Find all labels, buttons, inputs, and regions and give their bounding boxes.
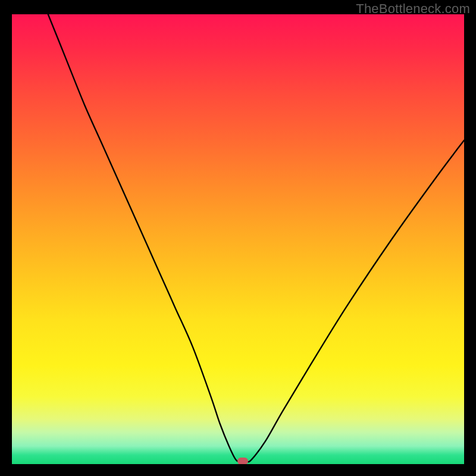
watermark-text: TheBottleneck.com <box>356 1 470 17</box>
optimal-point-marker <box>237 458 248 464</box>
plot-area <box>12 14 464 464</box>
chart-frame: TheBottleneck.com <box>0 0 476 476</box>
bottleneck-curve-path <box>48 14 464 462</box>
bottleneck-curve <box>12 14 464 464</box>
